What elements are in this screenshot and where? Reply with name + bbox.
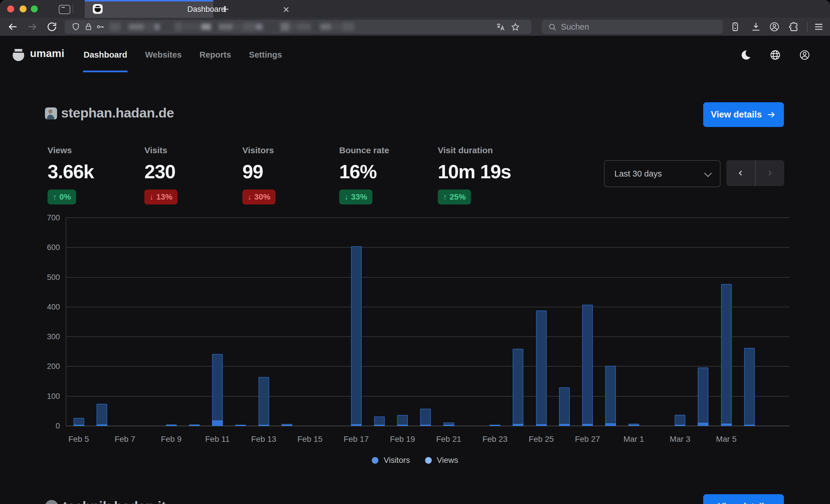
profile-button[interactable]	[798, 49, 811, 61]
metric-value: 10m 19s	[438, 160, 511, 182]
views-bar	[212, 354, 223, 426]
metric-value: 3.66k	[47, 160, 94, 182]
metric-value: 99	[243, 160, 276, 182]
views-bar	[698, 368, 708, 426]
site-title: stephan.hadan.de	[61, 105, 174, 121]
x-axis-label: Feb 21	[436, 435, 461, 444]
new-tab-icon[interactable]	[221, 5, 230, 14]
date-pager	[726, 160, 784, 186]
gridline-200	[66, 366, 790, 367]
legend-item-views[interactable]: Views	[425, 456, 458, 465]
y-axis-label: 600	[40, 243, 60, 252]
metric-change-badge: ↓13%	[145, 190, 178, 204]
metric-label: Visits	[145, 145, 178, 155]
legend-item-visitors[interactable]: Visitors	[372, 456, 410, 465]
moon-icon	[740, 49, 752, 61]
x-axis-label: Feb 27	[575, 435, 600, 444]
views-bar	[420, 409, 431, 426]
metric-value: 230	[145, 160, 178, 182]
zoom-window-button[interactable]	[31, 5, 38, 12]
firefox-view-icon[interactable]	[59, 5, 70, 14]
chevron-down-icon	[704, 169, 712, 177]
umami-logo[interactable]	[11, 48, 25, 62]
views-bar	[513, 349, 523, 426]
desktop: Dashboard | Umami Suchen	[0, 0, 830, 504]
translate-icon[interactable]	[496, 23, 506, 32]
arrow-down-icon: ↓	[248, 192, 252, 202]
visitors-bar	[397, 425, 408, 426]
url-bar[interactable]	[65, 20, 532, 34]
visitors-bar	[605, 423, 616, 426]
visitors-bar	[351, 424, 362, 426]
divider	[73, 5, 73, 13]
nav-item-reports[interactable]: Reports	[199, 36, 232, 74]
nav-item-dashboard[interactable]: Dashboard	[83, 36, 128, 74]
x-axis-label: Feb 15	[297, 435, 322, 444]
views-bar	[258, 377, 269, 426]
arrow-up-icon: ↑	[443, 192, 447, 202]
date-range-select[interactable]: Last 30 days	[604, 160, 721, 187]
back-icon[interactable]	[7, 21, 19, 33]
brand-name[interactable]: umami	[30, 47, 64, 60]
gridline-700	[66, 217, 790, 218]
forward-icon[interactable]	[27, 21, 38, 33]
visitors-bar	[420, 425, 431, 426]
views-bar	[536, 310, 547, 426]
key-permission-icon[interactable]	[96, 23, 105, 31]
theme-toggle[interactable]	[739, 49, 752, 61]
views-bar	[744, 348, 755, 426]
browser-window: Dashboard | Umami Suchen	[0, 0, 830, 504]
reload-icon[interactable]	[46, 21, 58, 33]
visitors-bar	[536, 424, 547, 426]
shield-icon[interactable]	[71, 23, 80, 31]
x-axis-label: Feb 23	[482, 435, 508, 444]
visitors-bar	[97, 425, 107, 426]
legend-dot	[372, 457, 378, 464]
x-axis-label: Feb 5	[68, 435, 89, 444]
visitors-bar	[166, 425, 177, 426]
menu-icon[interactable]	[813, 21, 824, 32]
next-view-details-button[interactable]: View details	[703, 494, 784, 504]
next-period-button[interactable]	[756, 160, 785, 186]
visitors-bar	[282, 425, 292, 426]
bookmark-star-icon[interactable]	[511, 23, 520, 32]
x-axis-label: Feb 25	[529, 435, 554, 444]
metric-change-badge: ↑25%	[438, 190, 471, 204]
view-details-button[interactable]: View details	[703, 102, 784, 127]
chevron-left-icon	[737, 169, 744, 177]
downloads-icon[interactable]	[751, 21, 761, 32]
next-site-title: technik.hadan.it	[63, 498, 166, 504]
sidebar-tabs-icon[interactable]	[730, 21, 741, 32]
account-icon[interactable]	[769, 21, 780, 32]
lock-icon[interactable]	[84, 23, 93, 31]
previous-period-button[interactable]	[726, 160, 755, 186]
arrow-down-icon: ↓	[150, 192, 154, 202]
x-axis-label: Mar 1	[624, 435, 644, 444]
gridline-500	[66, 277, 790, 278]
metric-label: Visitors	[243, 145, 276, 155]
view-details-label: View details	[711, 109, 762, 120]
views-bar	[605, 366, 616, 426]
minimize-window-button[interactable]	[20, 5, 27, 12]
metric-change-badge: ↓30%	[243, 190, 276, 204]
nav-item-settings[interactable]: Settings	[248, 36, 282, 74]
visitors-bar	[559, 424, 570, 426]
language-button[interactable]	[769, 49, 781, 61]
search-bar[interactable]: Suchen	[542, 20, 723, 34]
views-bar	[559, 388, 570, 426]
browser-tab[interactable]: Dashboard | Umami	[85, 0, 213, 18]
x-axis-label: Feb 13	[251, 435, 276, 444]
x-axis-label: Mar 5	[716, 435, 737, 444]
next-site-favicon	[45, 500, 58, 504]
extensions-icon[interactable]	[789, 21, 799, 32]
gridline-600	[66, 247, 790, 248]
visitors-bar	[490, 425, 500, 426]
legend-label: Views	[437, 456, 458, 465]
views-bar	[721, 284, 732, 426]
y-axis-label: 200	[40, 362, 60, 371]
y-axis-line	[66, 218, 66, 426]
nav-item-websites[interactable]: Websites	[145, 36, 182, 74]
close-window-button[interactable]	[7, 5, 14, 12]
close-tab-icon[interactable]	[282, 5, 290, 14]
tab-title: Dashboard | Umami	[187, 0, 225, 18]
